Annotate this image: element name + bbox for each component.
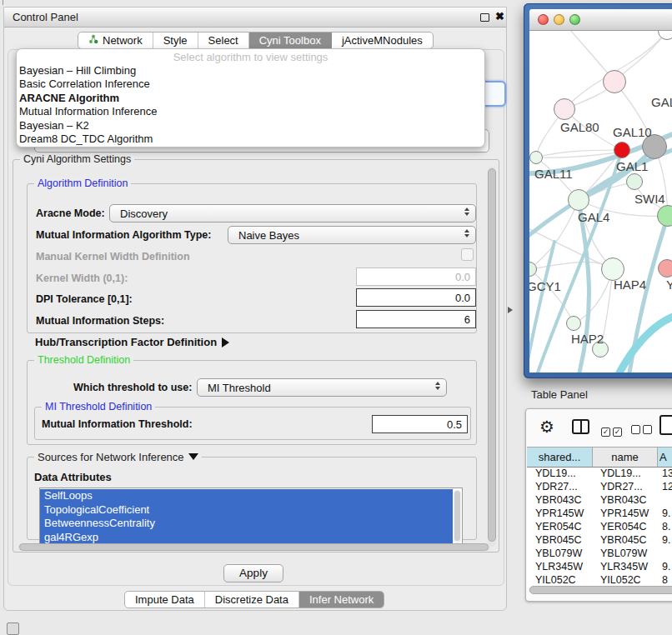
attribute-item[interactable]: SelfLoops (40, 489, 453, 503)
float-window-icon[interactable] (480, 13, 489, 22)
table-row[interactable]: YBR043CYBR043C (527, 494, 672, 508)
document-icon[interactable] (659, 415, 672, 435)
panel-title: Control Panel (13, 11, 78, 23)
algorithm-option[interactable]: ARACNE Algorithm (17, 92, 484, 105)
data-attributes-label: Data Attributes (34, 471, 112, 483)
table-row[interactable]: YPR145WYPR145W9. (527, 508, 672, 521)
attribute-item[interactable]: gal4RGexp (40, 531, 453, 545)
settings-gear-icon[interactable]: ⚙ (539, 417, 554, 437)
dpi-tolerance-label: DPI Tolerance [0,1]: (36, 293, 133, 305)
table-cell: YPR145W (593, 508, 658, 521)
algorithm-option[interactable]: Mutual Information Inference (17, 105, 484, 118)
tab-jactivemnodules[interactable]: jActiveMNodules (332, 32, 433, 48)
combo-stepper-icon (435, 382, 440, 390)
settings-horizontal-scrollbar[interactable] (18, 543, 490, 551)
node-label: HAP4 (614, 278, 646, 292)
sources-group: Sources for Network Inference Data Attri… (27, 457, 477, 540)
settings-vertical-scrollbar[interactable] (488, 167, 496, 547)
mi-type-combo[interactable]: Naive Bayes (228, 226, 476, 244)
tab-style[interactable]: Style (153, 32, 198, 48)
tab-label: Cyni Toolbox (259, 34, 321, 47)
table-row[interactable]: YER054CYER054C8. (527, 521, 672, 534)
minimized-panel-icon[interactable] (7, 622, 19, 635)
network-node[interactable] (626, 173, 643, 190)
tab-impute-data[interactable]: Impute Data (125, 592, 205, 608)
mi-threshold-field[interactable]: 0.5 (372, 415, 468, 433)
table-cell: 13 (658, 468, 672, 481)
network-node[interactable] (614, 142, 630, 158)
hub-section-toggle[interactable]: Hub/Transcription Factor Definition (35, 336, 229, 348)
column-header[interactable]: A (658, 447, 672, 468)
table-cell: YDL19... (527, 468, 593, 481)
zoom-traffic-light[interactable] (569, 14, 580, 25)
network-node[interactable] (568, 189, 589, 211)
manual-kernel-label: Manual Kernel Width Definition (36, 251, 190, 262)
minimize-traffic-light[interactable] (554, 14, 564, 25)
attribute-item[interactable]: BetweennessCentrality (40, 517, 453, 531)
close-icon[interactable]: ✖ (495, 10, 504, 22)
node-label: GAL10 (613, 125, 652, 139)
network-node[interactable] (658, 259, 672, 278)
table-cell: 9. (658, 534, 672, 548)
column-header[interactable]: name (593, 447, 658, 468)
table-row[interactable]: YBR045CYBR045C9. (527, 534, 672, 548)
data-attributes-list[interactable]: SelfLoopsTopologicalCoefficientBetweenne… (39, 488, 463, 546)
mi-steps-field[interactable]: 6 (356, 310, 476, 328)
scrollbar-thumb[interactable] (454, 491, 460, 541)
tab-discretize-data[interactable]: Discretize Data (205, 592, 299, 608)
mi-type-label: Mutual Information Algorithm Type: (36, 229, 211, 241)
list-scrollbar[interactable] (454, 490, 461, 543)
table-cell: YBR043C (527, 494, 593, 508)
table-cell: YBL079W (593, 548, 658, 561)
expanded-arrow-icon (188, 453, 198, 460)
tab-network[interactable]: Network (78, 32, 153, 48)
scrollbar-thumb[interactable] (488, 168, 496, 542)
manual-kernel-checkbox[interactable] (461, 248, 474, 261)
algorithm-option[interactable]: Bayesian – K2 (17, 119, 484, 132)
network-node[interactable] (603, 70, 626, 93)
table-row[interactable]: YBL079WYBL079W (527, 548, 672, 561)
table-row[interactable]: YDL19...YDL19...13 (527, 468, 672, 481)
control-panel-tabbar: NetworkStyleSelectCyni ToolboxjActiveMNo… (78, 32, 434, 49)
control-panel-titlebar[interactable]: Control Panel ✖ (4, 8, 506, 28)
tab-infer-network[interactable]: Infer Network (299, 592, 384, 608)
algorithm-option[interactable]: Basic Correlation Inference (17, 78, 484, 91)
scrollbar-thumb[interactable] (529, 586, 672, 594)
table-horizontal-scrollbar[interactable] (529, 586, 672, 594)
attribute-item[interactable]: TopologicalCoefficient (40, 503, 453, 518)
deselect-all-columns-icon[interactable] (631, 422, 654, 438)
control-panel-window: Control Panel ✖ NetworkStyleSelectCyni T… (3, 7, 507, 611)
network-node[interactable] (566, 316, 581, 331)
network-window-titlebar[interactable] (529, 9, 672, 31)
aracne-mode-combo[interactable]: Discovery (109, 204, 476, 222)
tab-select[interactable]: Select (198, 32, 249, 48)
algorithm-option[interactable]: Dream8 DC_TDC Algorithm (17, 132, 484, 146)
algorithm-option[interactable]: Bayesian – Hill Climbing (17, 64, 484, 78)
dropdown-placeholder: Select algorithm to view settings (17, 49, 484, 64)
select-all-columns-icon[interactable]: ✓✓ (601, 422, 624, 438)
close-traffic-light[interactable] (538, 14, 549, 25)
tab-cyni-toolbox[interactable]: Cyni Toolbox (249, 32, 332, 48)
scrollbar-thumb[interactable] (19, 543, 489, 551)
cyni-bottom-tabbar: Impute DataDiscretize DataInfer Network (124, 591, 384, 608)
dpi-tolerance-field[interactable]: 0.0 (356, 288, 476, 307)
table-row[interactable]: YLR345WYLR345W9. (527, 561, 672, 574)
network-node[interactable] (554, 98, 575, 120)
table-cell: YLR345W (593, 561, 658, 574)
network-icon (88, 34, 98, 47)
which-threshold-combo[interactable]: MI Threshold (197, 378, 447, 397)
kernel-width-field[interactable]: 0.0 (356, 268, 476, 286)
table-row[interactable]: YDR27...YDR27...12 (527, 481, 672, 494)
network-canvas[interactable]: GALGAL80GAL10GAL11GAL1SWI4GAL4GCY1HAP4YH… (529, 31, 672, 372)
sources-title[interactable]: Sources for Network Inference (34, 451, 202, 463)
algorithm-definition-title: Algorithm Definition (34, 178, 131, 189)
table-cell: YBR043C (593, 494, 658, 508)
column-header[interactable]: shared... (527, 447, 593, 468)
network-node[interactable] (529, 151, 543, 164)
combo-stepper-icon (464, 229, 469, 238)
cyni-algorithm-settings-group: Cyni Algorithm Settings Algorithm Defini… (13, 159, 499, 552)
column-layout-icon[interactable] (572, 419, 589, 434)
screen: Control Panel ✖ NetworkStyleSelectCyni T… (0, 0, 672, 635)
apply-button[interactable]: Apply (223, 564, 283, 582)
panel-resize-arrow-icon[interactable] (508, 307, 513, 313)
